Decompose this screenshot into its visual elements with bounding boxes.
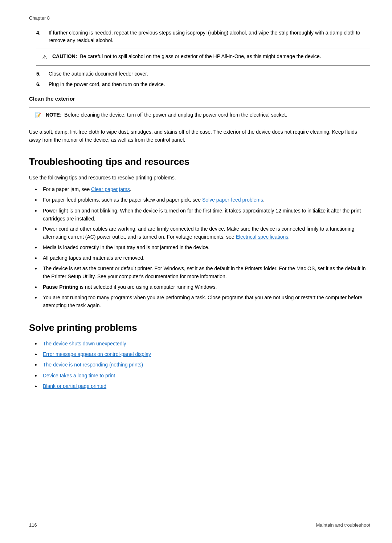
bullet-power-light-text: Power light is on and not blinking. When…	[43, 207, 370, 223]
bullet-dot: •	[35, 254, 41, 262]
caution-body: Be careful not to spill alcohol on the g…	[80, 53, 321, 59]
caution-icon: ⚠	[42, 53, 49, 62]
bullet-dot: •	[35, 196, 41, 204]
solve-bullet-1: • The device shuts down unexpectedly	[29, 340, 370, 348]
bullet-power-cord-text: Power cord and other cables are working,…	[43, 225, 370, 241]
bullet-packing-tapes: • All packing tapes and materials are re…	[29, 254, 370, 262]
error-message-link[interactable]: Error message appears on control-panel d…	[43, 351, 151, 357]
step-6-text: Plug in the power cord, and then turn on…	[49, 81, 370, 88]
bullet-dot: •	[35, 372, 41, 380]
troubleshooting-bullets: • For a paper jam, see Clear paper jams.…	[29, 186, 370, 309]
bullet-dot: •	[35, 361, 41, 369]
caution-text: CAUTION: Be careful not to spill alcohol…	[52, 53, 321, 60]
bullet-packing-tapes-text: All packing tapes and materials are remo…	[43, 254, 144, 262]
bullet-paper-feed: • For paper-feed problems, such as the p…	[29, 196, 370, 204]
bullet-dot: •	[35, 340, 41, 348]
bullet-paper-jam-text: For a paper jam, see Clear paper jams.	[43, 186, 131, 194]
solve-bullet-1-text: The device shuts down unexpectedly	[43, 340, 126, 348]
device-shuts-down-link[interactable]: The device shuts down unexpectedly	[43, 341, 126, 347]
note-label: NOTE:	[46, 112, 62, 118]
bullet-dot: •	[35, 294, 41, 302]
bullet-power-light: • Power light is on and not blinking. Wh…	[29, 207, 370, 223]
exterior-body-text: Use a soft, damp, lint-free cloth to wip…	[29, 128, 370, 144]
note-text: NOTE: Before cleaning the device, turn o…	[46, 111, 287, 119]
bullet-dot: •	[35, 207, 41, 215]
troubleshooting-intro: Use the following tips and resources to …	[29, 174, 370, 182]
device-not-responding-link[interactable]: The device is not responding (nothing pr…	[43, 362, 143, 368]
bullet-dot: •	[35, 382, 41, 390]
clean-exterior-heading: Clean the exterior	[29, 95, 370, 103]
bullet-default-printer: • The device is set as the current or de…	[29, 265, 370, 280]
step-5-text: Close the automatic document feeder cove…	[49, 70, 370, 78]
caution-box: ⚠ CAUTION: Be careful not to spill alcoh…	[36, 49, 370, 66]
bullet-dot: •	[35, 283, 41, 291]
solve-bullet-2: • Error message appears on control-panel…	[29, 350, 370, 358]
blank-partial-page-link[interactable]: Blank or partial page printed	[43, 383, 106, 389]
footer: 116 Maintain and troubleshoot	[29, 522, 370, 529]
footer-page-number: 116	[29, 522, 37, 529]
bullet-dot: •	[35, 244, 41, 252]
bullet-dot: •	[35, 225, 41, 233]
bullet-too-many-programs-text: You are not running too many programs wh…	[43, 294, 370, 309]
solve-bullet-3: • The device is not responding (nothing …	[29, 361, 370, 369]
solve-bullet-4-text: Device takes a long time to print	[43, 372, 115, 380]
bullet-media-text: Media is loaded correctly in the input t…	[43, 244, 209, 252]
solve-paper-feed-link[interactable]: Solve paper-feed problems	[202, 197, 263, 203]
bullet-default-printer-text: The device is set as the current or defa…	[43, 265, 370, 280]
bullet-pause-printing: • Pause Printing is not selected if you …	[29, 283, 370, 291]
step-4-text: If further cleaning is needed, repeat th…	[49, 29, 370, 44]
bullet-power-cord: • Power cord and other cables are workin…	[29, 225, 370, 241]
solve-bullet-5: • Blank or partial page printed	[29, 382, 370, 390]
step-6-number: 6.	[36, 81, 47, 88]
solve-bullet-5-text: Blank or partial page printed	[43, 382, 106, 390]
step-5-number: 5.	[36, 70, 47, 78]
bullet-paper-feed-text: For paper-feed problems, such as the pap…	[43, 196, 265, 204]
solve-printing-bullets: • The device shuts down unexpectedly • E…	[29, 340, 370, 391]
chapter-label: Chapter 8	[29, 15, 370, 22]
numbered-steps-2: 5. Close the automatic document feeder c…	[29, 70, 370, 88]
device-slow-link[interactable]: Device takes a long time to print	[43, 373, 115, 378]
electrical-specs-link[interactable]: Electrical specifications	[236, 234, 289, 240]
solve-printing-heading: Solve printing problems	[29, 321, 370, 335]
clear-paper-jams-link[interactable]: Clear paper jams	[91, 186, 130, 192]
step-4: 4. If further cleaning is needed, repeat…	[29, 29, 370, 44]
note-body: Before cleaning the device, turn off the…	[64, 112, 287, 118]
step-6: 6. Plug in the power cord, and then turn…	[29, 81, 370, 88]
numbered-steps: 4. If further cleaning is needed, repeat…	[29, 29, 370, 44]
note-icon: 📝	[35, 112, 43, 119]
caution-label: CAUTION:	[52, 53, 77, 59]
step-4-number: 4.	[36, 29, 47, 44]
bullet-media: • Media is loaded correctly in the input…	[29, 244, 370, 252]
bullet-dot: •	[35, 265, 41, 273]
solve-bullet-2-text: Error message appears on control-panel d…	[43, 350, 151, 358]
step-5: 5. Close the automatic document feeder c…	[29, 70, 370, 78]
footer-section: Maintain and troubleshoot	[316, 522, 370, 529]
note-box: 📝 NOTE: Before cleaning the device, turn…	[29, 107, 370, 123]
bullet-pause-printing-text: Pause Printing is not selected if you ar…	[43, 283, 217, 291]
bullet-dot: •	[35, 186, 41, 194]
solve-bullet-4: • Device takes a long time to print	[29, 372, 370, 380]
pause-printing-bold: Pause Printing	[43, 284, 78, 290]
troubleshooting-heading: Troubleshooting tips and resources	[29, 155, 370, 169]
solve-bullet-3-text: The device is not responding (nothing pr…	[43, 361, 143, 369]
bullet-paper-jam: • For a paper jam, see Clear paper jams.	[29, 186, 370, 194]
bullet-too-many-programs: • You are not running too many programs …	[29, 294, 370, 309]
bullet-dot: •	[35, 350, 41, 358]
